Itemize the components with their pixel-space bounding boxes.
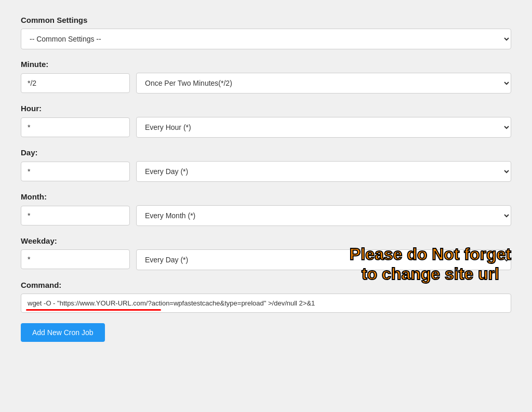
weekday-label: Weekday:	[21, 236, 511, 245]
cron-form: Common Settings -- Common Settings -- On…	[21, 16, 511, 342]
add-cron-job-button[interactable]: Add New Cron Job	[21, 323, 105, 342]
month-select[interactable]: Every Month (*) January February March A…	[136, 205, 511, 226]
month-group: Month: Every Month (*) January February …	[21, 192, 511, 226]
command-group: Command:	[21, 281, 511, 313]
month-input[interactable]	[21, 206, 130, 225]
month-row: Every Month (*) January February March A…	[21, 205, 511, 226]
hour-group: Hour: Every Hour (*) Every 2 Hours Every…	[21, 104, 511, 138]
day-row: Every Day (*) 1 2 5 10 15	[21, 161, 511, 182]
common-settings-label: Common Settings	[21, 16, 511, 24]
day-label: Day:	[21, 148, 511, 157]
hour-input[interactable]	[21, 117, 130, 137]
minute-input[interactable]	[21, 73, 130, 93]
weekday-select[interactable]: Every Day (*) Sunday Monday Tuesday Wedn…	[136, 249, 511, 270]
command-input-wrapper	[21, 294, 511, 313]
month-label: Month:	[21, 192, 511, 201]
day-group: Day: Every Day (*) 1 2 5 10 15	[21, 148, 511, 182]
minute-label: Minute:	[21, 60, 511, 69]
minute-row: Once Per Two Minutes(*/2) Every Minute (…	[21, 73, 511, 94]
day-input[interactable]	[21, 162, 130, 181]
hour-label: Hour:	[21, 104, 511, 113]
common-settings-group: Common Settings -- Common Settings -- On…	[21, 16, 511, 49]
day-select[interactable]: Every Day (*) 1 2 5 10 15	[136, 161, 511, 182]
weekday-group: Weekday: Every Day (*) Sunday Monday Tue…	[21, 236, 511, 270]
hour-select[interactable]: Every Hour (*) Every 2 Hours Every 3 Hou…	[136, 117, 511, 138]
common-settings-select[interactable]: -- Common Settings -- Once Per Minute (*…	[21, 29, 511, 49]
command-label: Command:	[21, 281, 511, 289]
hour-row: Every Hour (*) Every 2 Hours Every 3 Hou…	[21, 117, 511, 138]
weekday-input[interactable]	[21, 249, 130, 269]
red-underline	[26, 309, 161, 311]
weekday-row: Every Day (*) Sunday Monday Tuesday Wedn…	[21, 249, 511, 270]
minute-select[interactable]: Once Per Two Minutes(*/2) Every Minute (…	[136, 73, 511, 94]
minute-group: Minute: Once Per Two Minutes(*/2) Every …	[21, 60, 511, 94]
